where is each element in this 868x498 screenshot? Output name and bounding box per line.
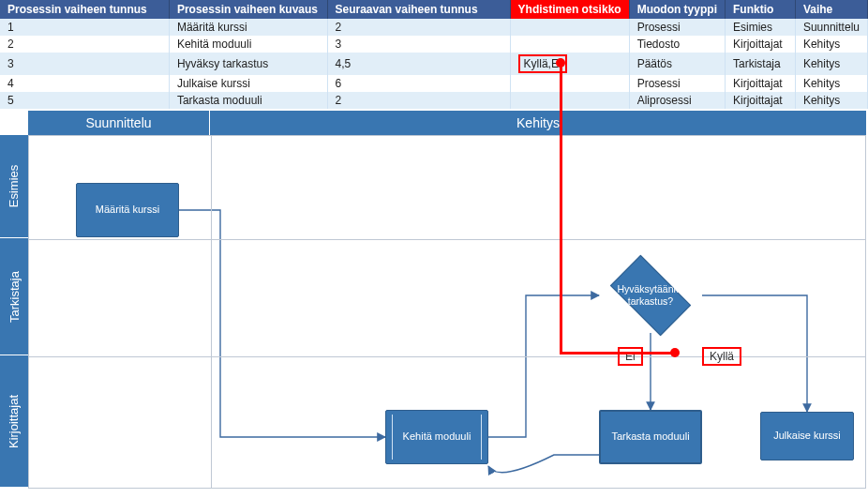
cell-id: 1 bbox=[0, 19, 169, 36]
cell-phase: Kehitys bbox=[795, 75, 867, 92]
cell-desc: Hyväksy tarkastus bbox=[169, 53, 327, 75]
col-desc: Prosessin vaiheen kuvaus bbox=[169, 0, 327, 19]
cell-id: 5 bbox=[0, 92, 169, 109]
phase-kehitys: Kehitys bbox=[210, 111, 866, 135]
cell-desc: Kehitä moduuli bbox=[169, 36, 327, 53]
cell-desc: Tarkasta moduuli bbox=[169, 92, 327, 109]
cell-next: 2 bbox=[327, 92, 510, 109]
cell-phase: Kehitys bbox=[795, 36, 867, 53]
col-phase: Vaihe bbox=[795, 0, 867, 19]
shape-s1: Määritä kurssi bbox=[76, 183, 179, 237]
col-type: Muodon tyyppi bbox=[629, 0, 725, 19]
cell-conn bbox=[510, 36, 629, 53]
cell-func: Kirjoittajat bbox=[725, 75, 795, 92]
cell-type: Prosessi bbox=[629, 19, 725, 36]
col-next: Seuraavan vaiheen tunnus bbox=[327, 0, 510, 19]
swimlane-diagram: SuunnitteluKehitys EsimiesTarkistajaKirj… bbox=[0, 111, 868, 489]
cell-type: Päätös bbox=[629, 53, 725, 75]
cell-conn bbox=[510, 19, 629, 36]
cell-conn: Kyllä,Ei bbox=[510, 53, 629, 75]
table-row: 1Määritä kurssi2ProsessiEsimiesSuunnitte… bbox=[0, 19, 868, 36]
col-conn: Yhdistimen otsikko bbox=[510, 0, 629, 19]
phase-suunnittelu: Suunnittelu bbox=[28, 111, 210, 135]
phase-header: SuunnitteluKehitys bbox=[28, 111, 866, 135]
lane-labels: EsimiesTarkistajaKirjoittajat bbox=[0, 135, 28, 489]
cell-id: 2 bbox=[0, 36, 169, 53]
lane-kirjoittajat: Kirjoittajat bbox=[0, 355, 28, 487]
cell-next: 4,5 bbox=[327, 53, 510, 75]
cell-next: 3 bbox=[327, 36, 510, 53]
cell-next: 6 bbox=[327, 75, 510, 92]
table-row: 2Kehitä moduuli3TiedostoKirjoittajatKehi… bbox=[0, 36, 868, 53]
shape-s5: Tarkasta moduuli bbox=[599, 410, 702, 464]
cell-type: Prosessi bbox=[629, 75, 725, 92]
cell-id: 3 bbox=[0, 53, 169, 75]
table-header-row: Prosessin vaiheen tunnusProsessin vaihee… bbox=[0, 0, 868, 19]
cell-func: Kirjoittajat bbox=[725, 36, 795, 53]
table-row: 4Julkaise kurssi6ProsessiKirjoittajatKeh… bbox=[0, 75, 868, 92]
lanes-area: Määritä kurssiKehitä moduuliTarkasta mod… bbox=[28, 135, 866, 489]
cell-desc: Määritä kurssi bbox=[169, 19, 327, 36]
shape-s4: Julkaise kurssi bbox=[760, 412, 854, 460]
cell-type: Tiedosto bbox=[629, 36, 725, 53]
connector-label-yes: Kyllä bbox=[702, 347, 741, 366]
lane-tarkistaja: Tarkistaja bbox=[0, 238, 28, 355]
cell-phase: Suunnittelu bbox=[795, 19, 867, 36]
cell-func: Esimies bbox=[725, 19, 795, 36]
shape-s2: Kehitä moduuli bbox=[385, 410, 488, 464]
annotation-line-h bbox=[560, 352, 674, 355]
annotation-dot-bottom bbox=[670, 348, 680, 357]
cell-id: 4 bbox=[0, 75, 169, 92]
col-id: Prosessin vaiheen tunnus bbox=[0, 0, 169, 19]
table-body: 1Määritä kurssi2ProsessiEsimiesSuunnitte… bbox=[0, 19, 868, 109]
table-row: 5Tarkasta moduuli2AliprosessiKirjoittaja… bbox=[0, 92, 868, 109]
shape-s3: Hyväksytäänkö tarkastus? bbox=[599, 258, 702, 333]
table-row: 3Hyväksy tarkastus4,5Kyllä,EiPäätösTarki… bbox=[0, 53, 868, 75]
annotation-line-v bbox=[560, 63, 562, 354]
cell-func: Kirjoittajat bbox=[725, 92, 795, 109]
cell-type: Aliprosessi bbox=[629, 92, 725, 109]
cell-phase: Kehitys bbox=[795, 53, 867, 75]
col-func: Funktio bbox=[725, 0, 795, 19]
cell-desc: Julkaise kurssi bbox=[169, 75, 327, 92]
cell-next: 2 bbox=[327, 19, 510, 36]
cell-phase: Kehitys bbox=[795, 92, 867, 109]
cell-conn bbox=[510, 92, 629, 109]
cell-conn bbox=[510, 75, 629, 92]
cell-func: Tarkistaja bbox=[725, 53, 795, 75]
lane-esimies: Esimies bbox=[0, 135, 28, 238]
connector-label-no: Ei bbox=[618, 347, 643, 366]
process-table: Prosessin vaiheen tunnusProsessin vaihee… bbox=[0, 0, 868, 109]
